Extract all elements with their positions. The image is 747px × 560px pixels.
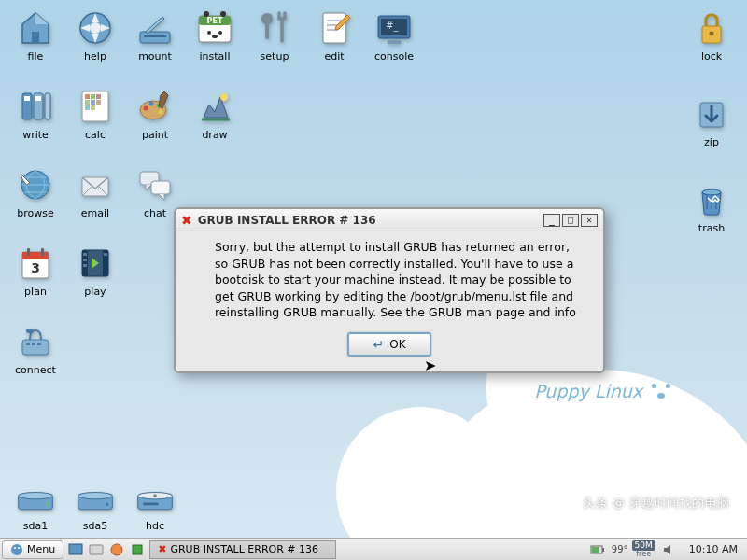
svg-point-11	[218, 31, 222, 35]
email-icon[interactable]: email	[67, 164, 123, 237]
connect-icon[interactable]: connect	[7, 321, 63, 394]
drive-sda5-icon[interactable]: sda5	[67, 477, 123, 532]
edit-icon[interactable]: edit	[306, 7, 362, 80]
svg-point-77	[14, 547, 16, 549]
dialog-title: GRUB INSTALL ERROR # 136	[198, 214, 376, 227]
svg-rect-48	[41, 248, 44, 256]
svg-point-12	[212, 35, 218, 38]
plan-icon[interactable]: 3plan	[7, 243, 63, 315]
lock-icon[interactable]: lock	[684, 7, 740, 86]
svg-rect-27	[85, 94, 90, 99]
svg-rect-33	[85, 105, 90, 110]
svg-point-8	[204, 11, 209, 17]
mount-icon[interactable]: mount	[127, 7, 183, 80]
tray-volume-icon[interactable]	[660, 540, 679, 559]
svg-rect-79	[69, 544, 82, 554]
svg-point-36	[144, 106, 148, 111]
ok-button[interactable]: ↵OK	[347, 332, 431, 357]
drive-sda1-icon[interactable]: sda1	[7, 477, 63, 532]
trash-icon[interactable]: trash	[684, 179, 740, 258]
svg-point-74	[153, 494, 157, 497]
svg-point-81	[111, 544, 122, 555]
svg-rect-13	[323, 13, 345, 43]
svg-rect-20	[388, 40, 401, 44]
dialog-body: Sorry, but the attempt to install GRUB h…	[176, 231, 603, 332]
dialog-icon: ✖	[181, 213, 192, 228]
svg-point-70	[78, 493, 113, 499]
system-tray: 99° 50M free 10:10 AM	[584, 539, 747, 560]
drives-row: sda1 sda5 hdc	[7, 477, 183, 532]
svg-point-9	[220, 11, 226, 17]
svg-rect-24	[24, 96, 30, 101]
svg-point-65	[702, 189, 721, 195]
svg-rect-59	[32, 343, 35, 345]
tray-temp: 99°	[612, 544, 628, 554]
svg-rect-23	[45, 93, 50, 119]
paint-icon[interactable]: paint	[127, 86, 183, 159]
setup-icon[interactable]: setup	[247, 7, 303, 80]
close-button[interactable]: ✕	[581, 214, 598, 227]
svg-point-76	[11, 544, 22, 555]
brand-text: Puppy Linux	[534, 381, 642, 401]
svg-rect-85	[592, 547, 599, 553]
svg-rect-28	[91, 94, 95, 99]
svg-rect-58	[26, 343, 30, 345]
svg-point-37	[149, 102, 154, 106]
svg-rect-55	[83, 264, 87, 267]
svg-rect-30	[85, 100, 90, 105]
svg-rect-32	[96, 100, 101, 105]
show-desktop-icon[interactable]	[66, 540, 85, 559]
taskbar-window-button[interactable]: ✖ GRUB INSTALL ERROR # 136	[149, 540, 336, 559]
svg-rect-61	[26, 329, 34, 333]
taskbar: Menu ✖ GRUB INSTALL ERROR # 136 99° 50M …	[0, 538, 747, 560]
help-icon[interactable]: help	[67, 7, 123, 80]
svg-rect-54	[83, 259, 87, 261]
svg-rect-80	[90, 545, 103, 554]
draw-icon[interactable]: draw	[187, 86, 243, 159]
svg-rect-4	[144, 35, 166, 37]
zip-icon[interactable]: zip	[684, 93, 740, 172]
watermark-text: 头条 @ 穿越时间找的电脑	[583, 495, 730, 511]
svg-rect-34	[91, 105, 95, 110]
write-icon[interactable]: write	[7, 86, 63, 159]
desktop-icons-right: lock zip trash	[684, 7, 740, 258]
install-icon[interactable]: PETinstall	[187, 7, 243, 80]
console-icon[interactable]: #_console	[366, 7, 422, 80]
return-icon: ↵	[373, 337, 384, 352]
taskbar-app3-icon[interactable]	[128, 540, 147, 559]
svg-point-67	[19, 493, 53, 499]
svg-rect-75	[143, 503, 159, 506]
menu-button[interactable]: Menu	[2, 540, 63, 559]
svg-point-2	[90, 22, 101, 34]
menu-icon	[10, 543, 23, 556]
svg-point-68	[46, 503, 49, 507]
svg-rect-56	[104, 253, 107, 256]
svg-point-71	[106, 503, 109, 507]
svg-point-39	[159, 110, 163, 115]
svg-rect-57	[22, 340, 49, 355]
tray-battery-icon[interactable]	[588, 540, 607, 559]
task-x-icon: ✖	[158, 543, 166, 555]
svg-point-10	[207, 31, 211, 35]
drive-hdc-icon[interactable]: hdc	[127, 477, 183, 532]
maximize-button[interactable]: □	[562, 214, 579, 227]
calc-icon[interactable]: calc	[67, 86, 123, 159]
puppy-logo-icon	[650, 382, 672, 400]
svg-rect-29	[96, 94, 101, 99]
taskbar-app2-icon[interactable]	[107, 540, 126, 559]
svg-rect-84	[602, 548, 604, 552]
svg-text:3: 3	[31, 260, 40, 275]
svg-point-63	[710, 32, 714, 36]
minimize-button[interactable]: _	[543, 214, 560, 227]
dialog-titlebar[interactable]: ✖ GRUB INSTALL ERROR # 136 _ □ ✕	[176, 209, 603, 231]
taskbar-app1-icon[interactable]	[87, 540, 106, 559]
svg-rect-47	[27, 248, 30, 256]
file-icon[interactable]: file	[7, 7, 63, 80]
svg-point-78	[18, 547, 20, 549]
svg-point-40	[220, 93, 228, 101]
browse-icon[interactable]: browse	[7, 164, 63, 237]
play-icon[interactable]: play	[67, 243, 123, 315]
svg-rect-60	[37, 343, 41, 345]
svg-rect-53	[83, 253, 87, 256]
error-dialog: ✖ GRUB INSTALL ERROR # 136 _ □ ✕ Sorry, …	[174, 207, 605, 373]
